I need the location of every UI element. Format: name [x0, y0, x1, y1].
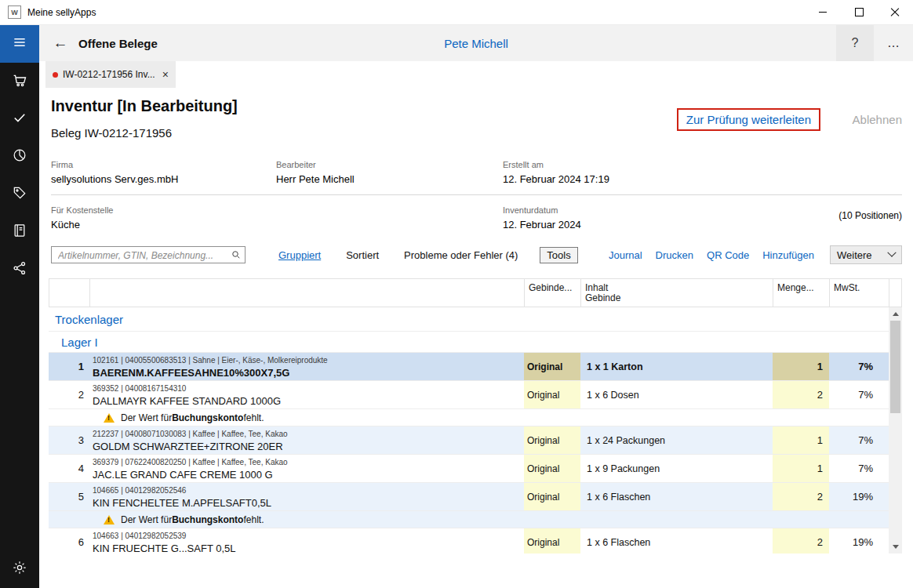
col-mwst[interactable]: MwSt. [830, 279, 889, 307]
tab-close-button[interactable]: × [162, 68, 169, 81]
row-menge[interactable]: 2 [773, 381, 829, 408]
search-input[interactable] [56, 248, 226, 263]
table-row[interactable]: 1 102161 | 04005500683513 | Sahne | Eier… [49, 353, 889, 381]
table-scrollbar[interactable] [889, 307, 902, 554]
page-title: Offene Belege [78, 37, 158, 50]
maximize-button[interactable] [841, 0, 877, 24]
row-number: 5 [49, 483, 89, 510]
col-menge[interactable]: Menge... [773, 279, 830, 307]
sidebar-item-share[interactable] [0, 251, 39, 289]
row-number: 3 [49, 426, 89, 454]
table-row[interactable]: 6 104663 | 04012982052539 KIN FRUECHTE G… [49, 528, 889, 554]
minimize-icon [819, 12, 827, 13]
row-menge[interactable]: 2 [773, 528, 829, 554]
tab-inventur[interactable]: IW-0212-171956 Inv... × [45, 61, 176, 88]
field-inventurdatum-label: Inventurdatum [503, 205, 581, 215]
minimize-button[interactable] [805, 0, 841, 24]
row-article: 212237 | 04008071030083 | Kaffee | Kaffe… [89, 426, 524, 454]
row-menge[interactable]: 2 [773, 483, 829, 510]
sidebar-item-cart[interactable] [0, 63, 39, 100]
sidebar-item-settings[interactable] [0, 550, 39, 588]
row-article: 102161 | 04005500683513 | Sahne | Eier-,… [89, 353, 524, 380]
row-number: 4 [49, 455, 89, 482]
row-inhalt: 1 x 1 Karton [580, 353, 773, 380]
scrollbar-thumb[interactable] [890, 321, 900, 413]
row-gebinde: Original [524, 426, 580, 454]
app-header: ← Offene Belege Pete Michell ? … [39, 25, 913, 61]
sidebar-item-tasks[interactable] [0, 100, 39, 138]
table-row[interactable]: 3 212237 | 04008071030083 | Kaffee | Kaf… [49, 426, 889, 455]
row-mwst: 7% [829, 353, 889, 380]
row-gebinde: Original [524, 455, 580, 482]
drucken-link[interactable]: Drucken [656, 249, 693, 261]
weitere-dropdown-button[interactable]: Weitere [830, 245, 902, 264]
warning-icon [104, 515, 115, 524]
field-firma-label: Firma [51, 160, 178, 169]
reject-button[interactable]: Ablehnen [853, 113, 902, 126]
field-inventurdatum-value: 12. Februar 2024 [503, 219, 581, 230]
warning-spacer [49, 511, 89, 528]
document-number: Beleg IW-0212-171956 [51, 126, 172, 140]
search-icon[interactable] [231, 250, 241, 262]
pie-chart-icon [12, 147, 27, 166]
close-button[interactable] [877, 0, 913, 24]
scroll-down-button[interactable] [889, 540, 902, 554]
maximize-icon [855, 8, 864, 16]
qr-code-link[interactable]: QR Code [707, 249, 749, 261]
forward-review-button[interactable]: Zur Prüfung weiterleiten [677, 108, 820, 131]
back-button[interactable]: ← [50, 34, 71, 52]
col-scroll-spacer [889, 279, 903, 307]
row-number: 1 [49, 353, 89, 380]
sidebar-item-statistics[interactable] [0, 138, 39, 176]
row-menge[interactable]: 1 [773, 426, 829, 454]
sidebar-item-journal[interactable] [0, 213, 39, 251]
hamburger-icon [12, 34, 27, 53]
warning-message: Der Wert für Buchungskonto fehlt. [89, 409, 889, 426]
row-gebinde: Original [524, 381, 580, 408]
row-mwst: 19% [829, 528, 889, 554]
more-button[interactable]: … [874, 25, 913, 61]
filter-gruppiert[interactable]: Gruppiert [278, 249, 321, 261]
row-mwst: 7% [829, 381, 889, 408]
hinzufuegen-link[interactable]: Hinzufügen [762, 249, 814, 261]
group-row-trockenlager[interactable]: Trockenlager [49, 307, 889, 332]
user-name[interactable]: Pete Michell [444, 37, 508, 50]
scroll-up-button[interactable] [889, 307, 902, 321]
table-row[interactable]: 2 369352 | 04008167154310 DALLMAYR KAFFE… [49, 381, 889, 409]
table-row[interactable]: 5 104665 | 04012982052546 KIN FENCHELTEE… [49, 483, 889, 511]
table-row[interactable]: 4 369379 | 07622400820250 | Kaffee | Kaf… [49, 455, 889, 483]
row-menge[interactable]: 1 [773, 455, 829, 482]
col-article[interactable] [90, 279, 525, 307]
group-label: Trockenlager [55, 313, 123, 326]
sidebar-item-prices[interactable] [0, 176, 39, 213]
col-number[interactable] [49, 279, 90, 307]
row-name: BAERENM.KAFFEESAHNE10%300X7,5G [93, 366, 524, 379]
row-meta: 212237 | 04008071030083 | Kaffee | Kaffe… [93, 429, 524, 439]
tools-button[interactable]: Tools [540, 247, 577, 263]
row-inhalt: 1 x 6 Dosen [580, 381, 773, 408]
group-row-lager-1[interactable]: Lager I [49, 332, 889, 353]
table-body: Trockenlager Lager I 1 102161 | 04005500… [49, 307, 902, 554]
window-controls [805, 0, 913, 24]
col-inhalt-gebinde[interactable]: Inhalt Gebinde [581, 279, 773, 307]
warning-suffix: fehlt. [243, 514, 264, 525]
app-logo-letter: W [11, 9, 18, 16]
warning-field: Buchungskonto [172, 514, 243, 525]
filter-sortiert[interactable]: Sortiert [346, 249, 379, 261]
row-article: 104663 | 04012982052539 KIN FRUECHTE G..… [89, 528, 524, 554]
row-name: DALLMAYR KAFFEE STANDARD 1000G [93, 394, 524, 408]
field-kostenstelle: Für Kostenstelle Küche [51, 205, 113, 230]
titlebar: W Meine sellyApps [0, 0, 913, 25]
hamburger-menu-button[interactable] [0, 25, 39, 63]
col-gebinde[interactable]: Gebinde... [525, 279, 581, 307]
help-button[interactable]: ? [836, 25, 874, 61]
field-firma: Firma sellysolutions Serv.ges.mbH [51, 160, 178, 185]
row-menge[interactable]: 1 [773, 353, 829, 380]
field-kostenstelle-value: Küche [51, 219, 113, 230]
filter-probleme[interactable]: Probleme oder Fehler (4) [404, 249, 518, 261]
row-number: 2 [49, 381, 89, 408]
weitere-label: Weitere [837, 249, 872, 261]
journal-link[interactable]: Journal [609, 249, 642, 261]
row-meta: 104663 | 04012982052539 [93, 531, 524, 541]
row-gebinde: Original [524, 483, 580, 510]
